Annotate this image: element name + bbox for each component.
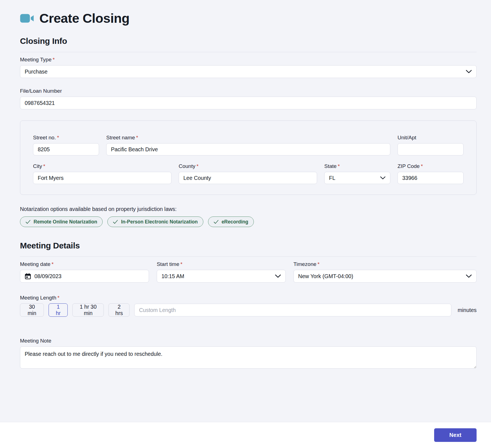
length-option-1hr30min[interactable]: 1 hr 30 min [72,303,104,317]
timezone-field: Timezone* New York (GMT-04:00) [293,261,477,283]
meeting-details-divider [20,256,477,257]
timezone-value: New York (GMT-04:00) [298,273,353,280]
length-option-2hrs[interactable]: 2 hrs [108,303,130,317]
required-asterisk: * [421,163,423,169]
file-loan-input[interactable] [20,97,477,109]
county-label: County* [179,163,317,169]
meeting-type-value: Purchase [25,69,47,75]
state-field: State* FL [324,163,390,184]
city-field: City* [33,163,171,184]
required-asterisk: * [338,163,340,169]
calendar-icon [25,273,31,280]
required-asterisk: * [53,57,55,62]
meeting-date-label: Meeting date* [20,261,149,267]
file-loan-field: File/Loan Number [20,88,477,109]
length-option-1hr[interactable]: 1 hr [49,303,68,317]
county-input[interactable] [179,172,317,184]
unit-apt-label: Unit/Apt [398,135,464,141]
closing-info-heading: Closing Info [20,36,477,46]
page-title: Create Closing [39,11,130,26]
required-asterisk: * [196,163,198,169]
meeting-details-heading: Meeting Details [20,241,477,250]
footer-bar: Next [0,422,491,448]
meeting-type-select[interactable]: Purchase [20,65,477,78]
meeting-date-picker[interactable]: 08/09/2023 [20,270,149,283]
state-label: State* [324,163,390,169]
required-asterisk: * [180,261,182,267]
create-closing-page: Create Closing Closing Info Meeting Type… [0,0,491,448]
street-no-input[interactable] [33,143,99,155]
required-asterisk: * [43,163,45,169]
zip-label: ZIP Code* [398,163,464,169]
custom-length-input[interactable] [134,304,451,316]
required-asterisk: * [52,261,54,267]
meeting-length-options: 30 min 1 hr 1 hr 30 min 2 hrs minutes [20,303,477,317]
street-no-label: Street no.* [33,135,99,141]
timezone-select[interactable]: New York (GMT-04:00) [293,270,477,283]
check-icon [214,220,219,224]
start-time-select[interactable]: 10:15 AM [157,270,286,283]
form-content: Create Closing Closing Info Meeting Type… [0,0,491,422]
required-asterisk: * [318,261,320,267]
notarization-caption: Notarization options available based on … [20,206,477,212]
notarization-pill-ron: Remote Online Notarization [20,217,103,227]
street-name-label: Street name* [106,135,390,141]
required-asterisk: * [57,135,59,140]
meeting-date-value: 08/09/2023 [34,273,62,280]
length-option-30min[interactable]: 30 min [20,303,44,317]
chevron-down-icon [466,70,472,74]
check-icon [26,220,31,224]
next-button[interactable]: Next [434,428,477,442]
state-value: FL [329,175,335,181]
city-label: City* [33,163,171,169]
start-time-value: 10:15 AM [161,273,184,280]
chevron-down-icon [380,176,386,180]
required-asterisk: * [136,135,138,140]
timezone-label: Timezone* [293,261,477,267]
meeting-type-field: Meeting Type* Purchase [20,57,477,78]
notarization-options: Remote Online Notarization In-Person Ele… [20,217,477,227]
chevron-down-icon [275,275,281,278]
city-input[interactable] [33,172,171,184]
meeting-note-textarea[interactable]: Please reach out to me directly if you n… [20,346,477,369]
unit-apt-input[interactable] [398,143,464,155]
start-time-label: Start time* [157,261,286,267]
required-asterisk: * [57,295,59,301]
property-address-card: Street no.* Street name* Unit/Apt City* [20,120,477,195]
unit-apt-field: Unit/Apt [398,135,464,155]
street-name-input[interactable] [106,143,390,155]
street-no-field: Street no.* [33,135,99,155]
notarization-pill-ipen: In-Person Electronic Notarization [107,217,203,227]
meeting-length-label: Meeting Length* [20,295,477,301]
street-name-field: Street name* [106,135,390,155]
chevron-down-icon [466,275,472,278]
notarization-pill-erecording: eRecording [208,217,254,227]
meeting-type-label: Meeting Type* [20,57,477,63]
meeting-date-field: Meeting date* 08/09/2023 [20,261,149,283]
zip-input[interactable] [398,172,464,184]
county-field: County* [179,163,317,184]
start-time-field: Start time* 10:15 AM [157,261,286,283]
file-loan-label: File/Loan Number [20,88,477,94]
zip-field: ZIP Code* [398,163,464,184]
meeting-note-label: Meeting Note [20,338,477,344]
check-icon [113,220,118,224]
state-select[interactable]: FL [324,172,390,184]
meeting-datetime-row: Meeting date* 08/09/2023 Start time* 10:… [20,261,477,283]
length-unit-label: minutes [458,307,477,313]
page-header: Create Closing [20,11,477,26]
closing-info-divider [20,52,477,52]
video-camera-icon [20,13,34,24]
